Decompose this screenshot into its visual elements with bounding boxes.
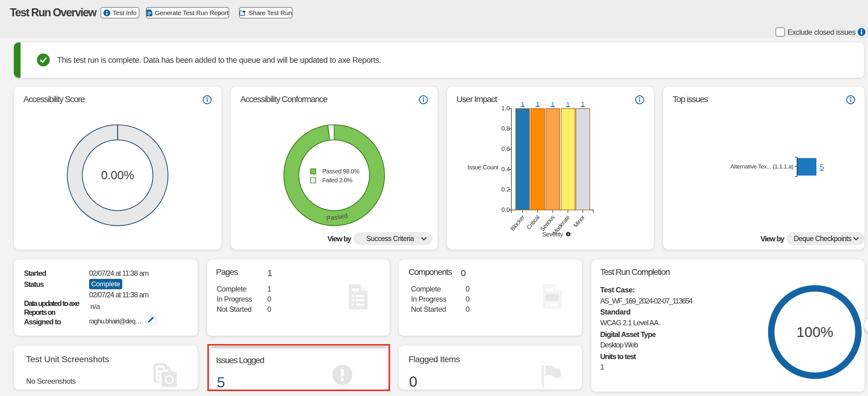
svg-text:1.0: 1.0 [501, 105, 510, 112]
svg-text:0.6: 0.6 [501, 145, 510, 152]
svg-text:Blocker: Blocker [509, 214, 526, 232]
svg-text:0.4: 0.4 [501, 166, 510, 172]
svg-text:0.2: 0.2 [501, 186, 510, 193]
svg-text:Minor: Minor [572, 214, 586, 229]
svg-text:0.0: 0.0 [501, 206, 510, 213]
svg-text:Critical: Critical [525, 214, 540, 231]
svg-text:Issue Count: Issue Count [467, 164, 498, 171]
svg-text:0.8: 0.8 [501, 125, 510, 132]
svg-text:Severity: Severity [542, 231, 563, 238]
